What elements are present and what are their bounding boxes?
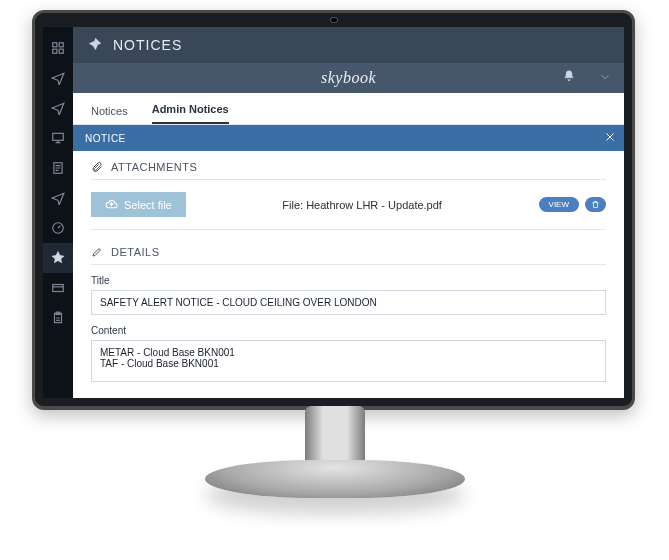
rail-item-grid[interactable] [43, 33, 73, 63]
svg-rect-0 [53, 43, 57, 47]
content-textarea[interactable] [91, 340, 606, 382]
close-button[interactable] [604, 131, 616, 145]
tab-notices[interactable]: Notices [91, 105, 128, 124]
select-file-button[interactable]: Select file [91, 192, 186, 217]
svg-rect-7 [53, 285, 64, 292]
paperclip-icon [91, 161, 103, 173]
trash-icon [591, 200, 600, 209]
plane-icon [51, 71, 65, 85]
section-details-head: DETAILS [91, 236, 606, 265]
divider [91, 229, 606, 230]
page-title: NOTICES [113, 37, 182, 53]
view-file-button[interactable]: VIEW [539, 197, 579, 212]
content-area: NOTICES skybook Notices Admin Notices [73, 27, 624, 398]
page-header: NOTICES [73, 27, 624, 63]
card-icon [51, 281, 65, 295]
pencil-icon [91, 246, 103, 258]
brand-bar: skybook [73, 63, 624, 93]
rail-item-plane-1[interactable] [43, 63, 73, 93]
rail-item-presentation[interactable] [43, 123, 73, 153]
select-file-label: Select file [124, 199, 172, 211]
section-attachments-head: ATTACHMENTS [91, 151, 606, 180]
tab-label: Notices [91, 105, 128, 117]
rail-item-clipboard[interactable] [43, 303, 73, 333]
close-icon [604, 131, 616, 143]
delete-file-button[interactable] [585, 197, 606, 212]
attachments-row: Select file File: Heathrow LHR - Update.… [91, 180, 606, 223]
rail-item-document[interactable] [43, 153, 73, 183]
notifications-button[interactable] [562, 69, 576, 87]
plane-icon [51, 191, 65, 205]
section-heading: ATTACHMENTS [111, 161, 197, 173]
presentation-icon [51, 131, 65, 145]
clipboard-icon [51, 311, 65, 325]
monitor-frame: NOTICES skybook Notices Admin Notices [32, 10, 635, 410]
camera-dot [330, 17, 338, 23]
chevron-down-icon [598, 70, 612, 84]
view-chip-label: VIEW [549, 200, 569, 209]
svg-rect-1 [59, 43, 63, 47]
screen: NOTICES skybook Notices Admin Notices [43, 27, 624, 398]
title-input[interactable] [91, 290, 606, 315]
notice-header: NOTICE [73, 125, 624, 151]
grid-icon [51, 41, 65, 55]
rail-item-plane-3[interactable] [43, 183, 73, 213]
stand-base [205, 460, 465, 498]
file-info: File: Heathrow LHR - Update.pdf [204, 199, 521, 211]
rail-item-pin[interactable] [43, 243, 73, 273]
tab-label: Admin Notices [152, 103, 229, 115]
header-menu-dropdown[interactable] [598, 70, 612, 86]
section-heading: DETAILS [111, 246, 160, 258]
rail-item-card[interactable] [43, 273, 73, 303]
nav-rail [43, 27, 73, 398]
bell-icon [562, 69, 576, 83]
svg-rect-2 [53, 49, 57, 53]
pin-icon [85, 36, 103, 54]
title-label: Title [91, 265, 606, 290]
notice-header-label: NOTICE [85, 133, 126, 144]
tabs: Notices Admin Notices [73, 93, 624, 125]
file-actions: VIEW [539, 197, 606, 212]
svg-rect-3 [59, 49, 63, 53]
document-icon [51, 161, 65, 175]
upload-cloud-icon [105, 198, 118, 211]
gauge-icon [51, 221, 65, 235]
pin-icon [51, 251, 65, 265]
rail-item-plane-2[interactable] [43, 93, 73, 123]
form-panel: ATTACHMENTS Select file File: Heathrow L… [73, 151, 624, 398]
brand-name: skybook [321, 69, 376, 87]
svg-rect-4 [53, 133, 64, 140]
content-label: Content [91, 315, 606, 340]
tab-admin-notices[interactable]: Admin Notices [152, 103, 229, 124]
plane-icon [51, 101, 65, 115]
rail-item-gauge[interactable] [43, 213, 73, 243]
